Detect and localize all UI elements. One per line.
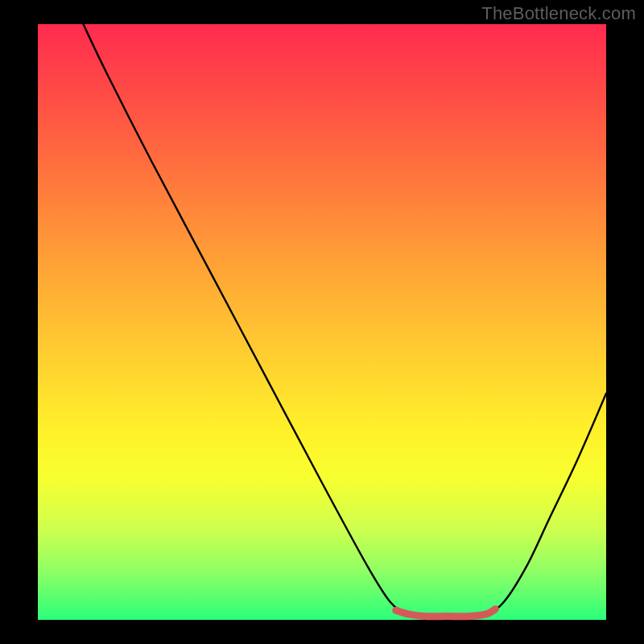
watermark-text: TheBottleneck.com [481,3,636,24]
curve-svg [38,24,606,620]
chart-frame: TheBottleneck.com [0,0,644,644]
flat-zone-highlight [396,609,496,617]
bottleneck-curve [83,24,606,617]
plot-gradient-background [38,24,606,620]
